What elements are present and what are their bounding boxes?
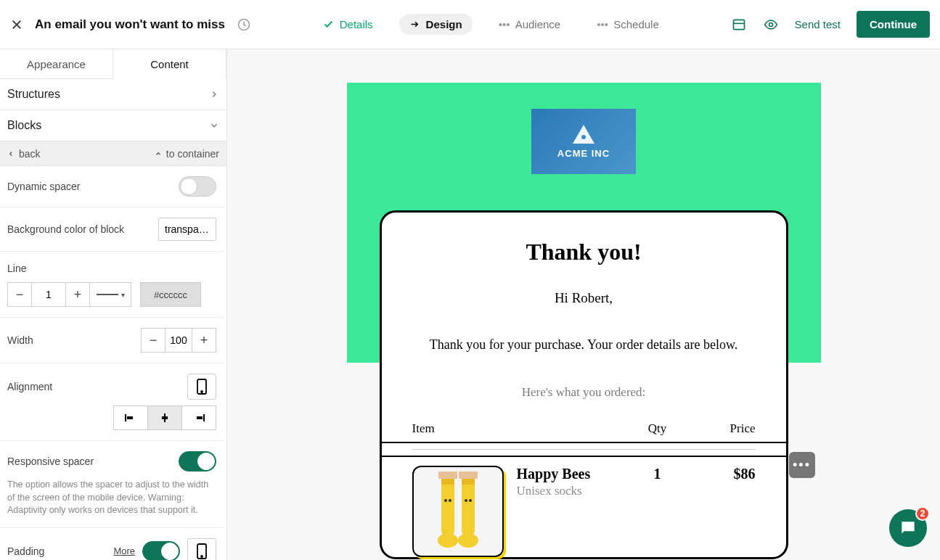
line-label: Line	[7, 263, 26, 274]
svg-point-23	[444, 499, 447, 502]
col-price: Price	[690, 421, 756, 436]
line-value[interactable]	[32, 282, 65, 307]
padding-toggle[interactable]	[142, 541, 180, 561]
responsive-help: The option allows the spacer to adjust t…	[7, 479, 216, 517]
close-icon[interactable]	[10, 18, 23, 31]
chat-button[interactable]: 2	[889, 509, 927, 547]
step-details[interactable]: Details	[313, 14, 383, 35]
line-item-row: Happy Bees Unisex socks 1 $86	[382, 457, 786, 557]
svg-point-25	[465, 499, 467, 502]
step-audience[interactable]: ••• Audience	[489, 14, 571, 35]
tab-content[interactable]: Content	[113, 49, 226, 79]
email-receipt[interactable]: Thank you! Hi Robert, Thank you for your…	[380, 210, 788, 559]
email-ordered-label: Here's what you ordered:	[382, 385, 786, 400]
brand-name: ACME INC	[557, 148, 610, 159]
check-icon	[323, 19, 334, 30]
dots-icon: •••	[793, 458, 811, 473]
svg-rect-10	[127, 416, 133, 419]
width-decrement[interactable]: −	[141, 328, 165, 353]
breadcrumb-container[interactable]: to container	[155, 148, 219, 160]
breadcrumb-container-label: to container	[166, 148, 219, 160]
eye-icon[interactable]	[763, 17, 779, 32]
responsive-label: Responsive spacer	[7, 456, 94, 467]
align-left-button[interactable]	[113, 405, 148, 430]
page-title: An email you won't want to miss	[35, 17, 225, 32]
history-icon[interactable]	[237, 17, 251, 32]
svg-rect-27	[438, 472, 457, 479]
align-right-icon	[192, 413, 205, 423]
svg-point-26	[469, 499, 472, 502]
desktop-preview-icon[interactable]	[731, 17, 747, 32]
width-value[interactable]	[165, 328, 192, 353]
svg-rect-4	[733, 20, 744, 29]
spacer-block-selected[interactable]	[382, 442, 786, 457]
svg-rect-12	[162, 416, 168, 419]
accordion-structures[interactable]: Structures	[0, 79, 226, 110]
step-label: Schedule	[613, 18, 659, 30]
breadcrumb-back[interactable]: back	[7, 148, 41, 160]
padding-more-link[interactable]: More	[113, 545, 135, 556]
line-decrement[interactable]: −	[7, 282, 32, 307]
dynamic-spacer-toggle[interactable]	[179, 176, 216, 197]
chevron-down-icon: ▾	[121, 291, 125, 299]
continue-button[interactable]: Continue	[857, 11, 930, 38]
email-greeting: Hi Robert,	[382, 290, 786, 306]
dots-icon: •••	[597, 19, 608, 30]
svg-point-18	[581, 135, 586, 139]
chevron-down-icon	[209, 120, 219, 131]
step-label: Design	[426, 18, 462, 30]
align-right-button[interactable]	[181, 405, 216, 430]
svg-marker-17	[573, 125, 594, 144]
bgcolor-label: Background color of block	[7, 223, 124, 235]
svg-point-16	[201, 556, 203, 557]
product-price: $86	[690, 466, 756, 557]
width-label: Width	[7, 334, 33, 346]
accordion-label: Structures	[7, 88, 60, 101]
arrow-right-icon	[409, 19, 420, 30]
svg-rect-19	[441, 477, 454, 535]
line-style-select[interactable]: ▾	[89, 282, 131, 307]
svg-point-24	[449, 499, 451, 502]
align-center-button[interactable]	[147, 405, 182, 430]
alignment-label: Alignment	[7, 381, 52, 392]
phone-icon	[197, 379, 207, 395]
padding-label: Padding	[7, 545, 44, 557]
chevron-left-icon	[7, 150, 15, 157]
product-name: Happy Bees	[517, 466, 625, 482]
product-subtitle: Unisex socks	[517, 484, 625, 498]
bgcolor-input[interactable]	[158, 218, 216, 241]
logo-icon	[573, 125, 594, 144]
chevron-right-icon	[209, 89, 219, 99]
sidebar: Appearance Content Structures Blocks bac…	[0, 49, 227, 560]
col-item: Item	[412, 421, 625, 436]
svg-rect-20	[462, 477, 475, 535]
svg-point-8	[201, 391, 203, 392]
canvas: ACME INC Thank you! Hi Robert, Thank you…	[227, 49, 940, 560]
phone-icon	[197, 543, 207, 559]
breadcrumb: back to container	[0, 141, 226, 166]
responsive-toggle[interactable]	[179, 451, 216, 472]
svg-rect-28	[459, 472, 478, 479]
email-thanks: Thank you for your purchase. Your order …	[382, 335, 786, 355]
svg-point-30	[458, 533, 478, 548]
line-color-chip[interactable]: #cccccc	[140, 282, 201, 307]
block-menu-button[interactable]: •••	[789, 452, 815, 478]
dynamic-spacer-label: Dynamic spacer	[7, 181, 80, 192]
breadcrumb-back-label: back	[19, 148, 41, 160]
step-label: Audience	[515, 18, 561, 30]
send-test-link[interactable]: Send test	[795, 18, 841, 30]
line-increment[interactable]: +	[65, 282, 90, 307]
step-design[interactable]: Design	[399, 14, 473, 35]
accordion-blocks[interactable]: Blocks	[0, 110, 226, 141]
tab-appearance[interactable]: Appearance	[0, 49, 113, 79]
mobile-preview-button[interactable]	[187, 374, 216, 400]
align-center-icon	[158, 413, 171, 423]
svg-point-6	[769, 22, 772, 26]
width-increment[interactable]: +	[192, 328, 216, 353]
step-schedule[interactable]: ••• Schedule	[587, 14, 669, 35]
brand-logo: ACME INC	[531, 109, 636, 174]
dots-icon: •••	[499, 19, 510, 30]
padding-mobile-button[interactable]	[187, 538, 216, 561]
accordion-label: Blocks	[7, 119, 41, 132]
email-heading: Thank you!	[382, 239, 786, 265]
